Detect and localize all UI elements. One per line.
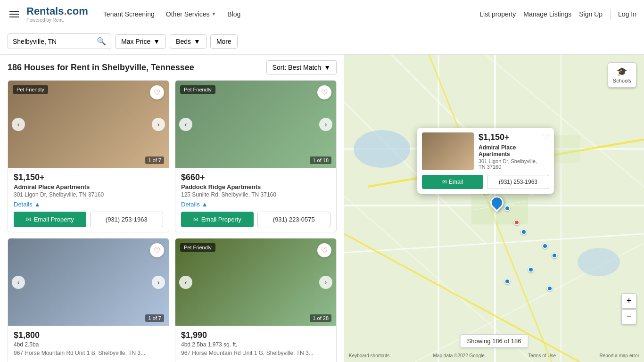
card-counter-3: 1 of 7 — [145, 314, 164, 322]
search-area: 🔍 Max Price ▼ Beds ▼ More — [0, 28, 644, 55]
schools-button[interactable]: 🎓 Schools — [608, 62, 636, 88]
report-map-error[interactable]: Report a map error — [600, 353, 639, 358]
map-dot-3[interactable] — [514, 220, 520, 225]
map-main-pin[interactable] — [490, 196, 504, 209]
card-address-4: 967 Horse Mountain Rd Unit 1 G, Shelbyvi… — [181, 350, 330, 356]
beds-arrow: ▼ — [194, 38, 200, 45]
card-image-1: Pet Friendly ♡ ‹ › 1 of 7 — [8, 81, 169, 168]
map-email-button[interactable]: ✉ Email — [422, 175, 483, 189]
favorite-button-3[interactable]: ♡ — [150, 243, 164, 257]
favorite-button-4[interactable]: ♡ — [317, 243, 331, 257]
card-body-4: $1,990 4bd 2.5ba 1,973 sq. ft. 967 Horse… — [175, 326, 336, 362]
map-popup-header: $1,150+ Admiral Place Apartments 301 Lig… — [417, 128, 554, 175]
svg-line-11 — [415, 243, 644, 362]
main-nav: Tenant Screening Other Services ▼ Blog — [103, 10, 241, 18]
logo[interactable]: Rentals.com Powered by Rent. — [26, 5, 88, 23]
card-specs-4: 4bd 2.5ba 1,973 sq. ft. — [181, 341, 330, 348]
map-dot-9[interactable] — [547, 286, 553, 291]
search-input[interactable] — [13, 38, 97, 45]
card-price-1: $1,150+ — [14, 173, 163, 182]
card-prev-1[interactable]: ‹ — [12, 118, 25, 131]
card-address-1: 301 Ligon Dr, Shelbyville, TN 37160 — [14, 191, 163, 198]
left-panel: 186 Houses for Rent in Shelbyville, Tenn… — [0, 55, 344, 362]
zoom-in-button[interactable]: + — [621, 293, 636, 308]
card-prev-3[interactable]: ‹ — [12, 276, 25, 289]
card-details-row-2: Details ▲ — [181, 201, 330, 208]
card-body-3: $1,800 4bd 2.5ba 967 Horse Mountain Rd U… — [8, 326, 169, 362]
map-dot-2[interactable] — [504, 206, 510, 211]
map-dot-4[interactable] — [521, 229, 527, 235]
results-title: 186 Houses for Rent in Shelbyville, Tenn… — [8, 63, 194, 73]
signup-button[interactable]: Sign Up — [579, 10, 603, 18]
card-address-2: 125 Sunlite Rd, Shelbyville, TN 37160 — [181, 191, 330, 198]
email-property-button-2[interactable]: ✉ Email Property — [181, 212, 254, 227]
manage-listings-button[interactable]: Manage Listings — [523, 10, 571, 18]
right-panel: $1,150+ Admiral Place Apartments 301 Lig… — [344, 55, 644, 362]
favorite-button-1[interactable]: ♡ — [150, 85, 164, 99]
map-showing-count: Showing 186 of 186 — [460, 334, 528, 348]
map-popup-actions: ✉ Email (931) 253-1963 — [417, 175, 554, 194]
pet-friendly-badge-1: Pet Friendly — [13, 85, 48, 94]
keyboard-shortcuts[interactable]: Keyboard shortcuts — [349, 353, 389, 358]
map-dot-7[interactable] — [528, 267, 534, 272]
login-button[interactable]: Log In — [618, 10, 636, 18]
card-next-4[interactable]: › — [319, 276, 332, 289]
details-toggle-2[interactable]: Details ▲ — [181, 201, 208, 208]
results-header: 186 Houses for Rent in Shelbyville, Tenn… — [8, 60, 337, 74]
zoom-out-button[interactable]: − — [621, 309, 636, 324]
phone-button-1[interactable]: (931) 253-1963 — [90, 212, 164, 227]
card-next-2[interactable]: › — [319, 118, 332, 131]
nav-tenant-screening[interactable]: Tenant Screening — [103, 10, 155, 18]
phone-button-2[interactable]: (931) 223-0575 — [257, 212, 331, 227]
map-popup-favorite[interactable]: ♡ — [543, 132, 549, 141]
card-actions-2: ✉ Email Property (931) 223-0575 — [181, 212, 330, 227]
pet-friendly-badge-4: Pet Friendly — [180, 243, 215, 252]
more-filters-button[interactable]: More — [210, 34, 238, 49]
map-email-icon: ✉ — [442, 179, 447, 185]
map-dot-6[interactable] — [552, 253, 557, 258]
map-dot-5[interactable] — [542, 243, 548, 249]
header: Rentals.com Powered by Rent. Tenant Scre… — [0, 0, 644, 28]
details-toggle-1[interactable]: Details ▲ — [14, 201, 41, 208]
card-price-4: $1,990 — [181, 330, 330, 340]
nav-blog[interactable]: Blog — [227, 10, 240, 18]
card-next-1[interactable]: › — [152, 118, 165, 131]
card-body-2: $660+ Paddock Ridge Apartments 125 Sunli… — [175, 168, 336, 232]
search-button[interactable]: 🔍 — [97, 37, 106, 46]
map-popup: $1,150+ Admiral Place Apartments 301 Lig… — [417, 128, 554, 194]
card-specs-3: 4bd 2.5ba — [14, 341, 163, 348]
card-body-1: $1,150+ Admiral Place Apartments 301 Lig… — [8, 168, 169, 232]
svg-line-3 — [344, 234, 644, 253]
map-phone-button[interactable]: (931) 253-1963 — [487, 175, 549, 189]
card-next-3[interactable]: › — [152, 276, 165, 289]
email-property-button-1[interactable]: ✉ Email Property — [14, 212, 86, 227]
list-property-button[interactable]: List property — [479, 10, 516, 18]
card-price-2: $660+ — [181, 173, 330, 182]
search-input-container: 🔍 — [8, 33, 111, 49]
card-prev-4[interactable]: ‹ — [179, 276, 192, 289]
favorite-button-2[interactable]: ♡ — [317, 85, 331, 99]
email-icon-2: ✉ — [193, 216, 198, 223]
terms-of-use[interactable]: Terms of Use — [528, 353, 556, 358]
card-name-2: Paddock Ridge Apartments — [181, 183, 330, 190]
card-prev-2[interactable]: ‹ — [179, 118, 192, 131]
map-popup-name: Admiral Place Apartments — [479, 144, 538, 157]
details-arrow-2: ▲ — [202, 201, 208, 208]
map-popup-price: $1,150+ — [479, 132, 538, 142]
schools-icon: 🎓 — [617, 66, 627, 77]
beds-filter[interactable]: Beds ▼ — [170, 34, 206, 49]
max-price-arrow: ▼ — [153, 38, 160, 45]
max-price-filter[interactable]: Max Price ▼ — [115, 34, 166, 49]
card-image-4: Pet Friendly ♡ ‹ › 1 of 28 — [175, 239, 336, 326]
menu-button[interactable] — [8, 9, 21, 19]
map-controls: + − — [621, 293, 636, 324]
map-dot-8[interactable] — [504, 279, 510, 284]
map-container[interactable]: $1,150+ Admiral Place Apartments 301 Lig… — [344, 55, 644, 362]
nav-other-services[interactable]: Other Services ▼ — [166, 10, 216, 18]
card-image-2: Pet Friendly ♡ ‹ › 1 of 18 — [175, 81, 336, 168]
content-area: 186 Houses for Rent in Shelbyville, Tenn… — [0, 55, 644, 362]
sort-button[interactable]: Sort: Best Match ▼ — [266, 60, 337, 74]
map-attribution: Keyboard shortcuts Map data ©2022 Google… — [344, 353, 644, 358]
property-card: Pet Friendly ♡ ‹ › 1 of 7 $1,150+ Admira… — [8, 80, 169, 232]
map-data: Map data ©2022 Google — [433, 353, 485, 358]
